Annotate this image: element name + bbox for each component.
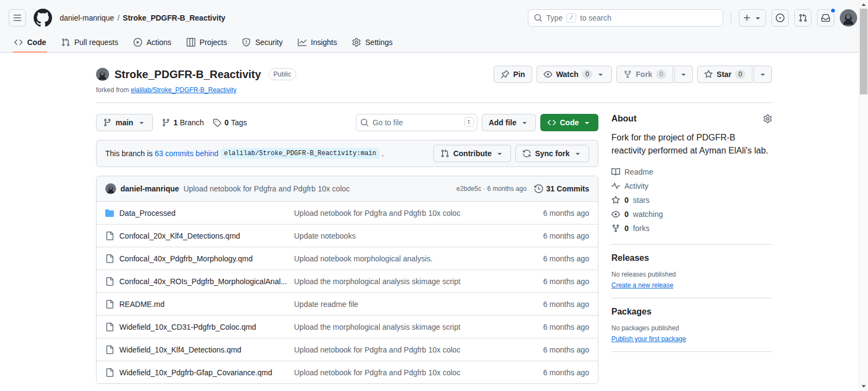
file-name-link[interactable]: Widefield_10x_Klf4_Detections.qmd — [119, 345, 241, 354]
pulse-icon — [611, 182, 620, 190]
page-title: Stroke_PDGFR-B_Reactivity — [114, 68, 261, 81]
about-settings-gear-icon[interactable] — [763, 114, 772, 123]
app-header: daniel-manrique / Stroke_PDGFR-B_Reactiv… — [0, 0, 868, 53]
user-avatar[interactable] — [840, 9, 857, 27]
commits-behind-link[interactable]: 63 commits behind — [155, 149, 219, 158]
file-name-link[interactable]: Data_Processed — [119, 209, 176, 217]
table-row: Confocal_40x_ROIs_Pdgfrb_MorphologicalAn… — [97, 270, 598, 292]
nav-tab[interactable]: Insights — [292, 34, 342, 52]
file-name-link[interactable]: Widefield_10x_Pdgfrb-Gfap_Covariance.qmd — [119, 368, 272, 377]
file-commit-message-link[interactable]: Upload netobook for Pdgfra and Pdgfrb 10… — [294, 368, 519, 377]
file-commit-time: 6 months ago — [519, 345, 589, 354]
about-meta-item[interactable]: 0 forks — [611, 221, 772, 235]
tags-link[interactable]: 0Tags — [213, 118, 247, 127]
banner-prefix: This branch is — [105, 149, 152, 158]
go-to-file-input[interactable] — [356, 114, 477, 131]
contribute-button[interactable]: Contribute — [433, 145, 511, 162]
inbox-icon — [821, 14, 830, 22]
search-icon — [360, 118, 369, 127]
git-pull-request-icon — [441, 149, 449, 158]
commit-author-link[interactable]: daniel-manrique — [120, 184, 179, 193]
releases-title: Releases — [611, 253, 772, 263]
scrollbar-up-arrow[interactable] — [859, 0, 868, 9]
file-name-link[interactable]: Confocal_40x_Pdgfrb_Morphology.qmd — [119, 254, 253, 263]
commit-author-avatar[interactable] — [105, 183, 116, 194]
create-release-link[interactable]: Create a new release — [611, 281, 673, 289]
create-new-button[interactable] — [739, 9, 766, 27]
issue-opened-icon — [776, 14, 784, 22]
nav-tab[interactable]: Settings — [347, 34, 398, 52]
plus-icon — [743, 14, 751, 22]
file-commit-message-link[interactable]: Upload the morphological analysis skimag… — [294, 277, 519, 286]
nav-tab-label: Code — [27, 38, 46, 47]
commit-sha-time[interactable]: e2bde5c · 6 months ago — [456, 185, 526, 193]
breadcrumb-owner-link[interactable]: daniel-manrique — [60, 14, 114, 22]
file-commit-time: 6 months ago — [519, 254, 589, 263]
file-commit-time: 6 months ago — [519, 368, 589, 377]
issues-button[interactable] — [771, 9, 789, 27]
branch-toolbar: main 1Branch 0Tags — [96, 114, 598, 131]
chevron-down-icon — [754, 14, 762, 22]
chevron-down-icon — [679, 70, 688, 79]
forked-from-line: forked from elalilab/Stroke_PDGFR-B_Reac… — [96, 86, 772, 94]
star-dropdown-button[interactable] — [754, 66, 772, 83]
nav-tab-label: Pull requests — [74, 38, 118, 47]
file-commit-message-link[interactable]: Upload netobook for Pdgfra and Pdgfrb 10… — [294, 345, 519, 354]
file-name-link[interactable]: Widefield_10x_CD31-Pdgfrb_Coloc.qmd — [119, 323, 256, 331]
file-commit-message-link[interactable]: Update readme file — [294, 300, 519, 309]
file-commit-time: 6 months ago — [519, 232, 589, 240]
fork-button[interactable]: Fork 0 — [616, 66, 673, 83]
branch-selector-button[interactable]: main — [96, 114, 153, 131]
about-meta-item[interactable]: 0 stars — [611, 193, 772, 207]
notification-dot — [830, 8, 836, 14]
file-commit-time: 6 months ago — [519, 277, 589, 286]
file-commit-message-link[interactable]: Update notebooks — [294, 232, 519, 240]
pin-button[interactable]: Pin — [494, 66, 532, 83]
inbox-button[interactable] — [817, 9, 834, 27]
watch-button[interactable]: Watch 0 — [537, 66, 612, 83]
about-meta-item[interactable]: 0 watching — [611, 207, 772, 221]
file-commit-message-link[interactable]: Upload netobook for Pdgfra and Pdgfrb 10… — [294, 209, 519, 217]
shield-icon — [242, 38, 251, 47]
nav-tab[interactable]: Actions — [128, 34, 177, 52]
star-icon — [704, 70, 713, 79]
commit-history-link[interactable]: 31 Commits — [534, 184, 589, 193]
latest-commit-bar: daniel-manrique Upload netobook for Pdgf… — [97, 176, 598, 201]
scrollbar-thumb[interactable] — [860, 9, 867, 94]
pull-requests-button[interactable] — [794, 9, 812, 27]
global-search-input[interactable]: Type / to search — [528, 9, 723, 27]
file-name-link[interactable]: README.md — [119, 300, 164, 309]
repo-owner-avatar[interactable] — [96, 68, 109, 81]
header-divider — [731, 12, 731, 24]
branches-link[interactable]: 1Branch — [162, 118, 204, 127]
file-name-link[interactable]: Confocal_20x_Klf4_Detections.qmd — [119, 232, 240, 240]
breadcrumb-repo-link[interactable]: Stroke_PDGFR-B_Reactivity — [123, 14, 225, 22]
breadcrumb: daniel-manrique / Stroke_PDGFR-B_Reactiv… — [60, 14, 225, 22]
meta-label: forks — [633, 224, 649, 233]
nav-tab[interactable]: Security — [237, 34, 288, 52]
about-meta-item[interactable]: Activity — [611, 179, 772, 193]
commit-message-link[interactable]: Upload netobook for Pdgfra and Pdgfrb 10… — [183, 184, 350, 193]
nav-tab[interactable]: Projects — [181, 34, 233, 52]
nav-tab[interactable]: Code — [9, 34, 52, 52]
table-row: README.md Update readme file 6 months ag… — [97, 292, 598, 315]
file-commit-message-link[interactable]: Upload notebook morphological analysis. — [294, 254, 519, 263]
file-icon — [105, 345, 114, 354]
hamburger-menu-button[interactable] — [9, 9, 26, 27]
sync-fork-button[interactable]: Sync fork — [515, 145, 589, 162]
nav-tab[interactable]: Pull requests — [56, 34, 124, 52]
code-button[interactable]: Code — [540, 114, 598, 131]
add-file-button[interactable]: Add file — [482, 114, 536, 131]
about-meta-item[interactable]: Readme — [611, 165, 772, 179]
file-name-link[interactable]: Confocal_40x_ROIs_Pdgfrb_MorphologicalAn… — [119, 277, 287, 286]
github-logo[interactable] — [34, 9, 52, 27]
forked-from-link[interactable]: elalilab/Stroke_PDGFR-B_Reactivity — [131, 86, 237, 94]
file-commit-message-link[interactable]: Upload the morphological analysis skimag… — [294, 323, 519, 331]
main-column: main 1Branch 0Tags — [96, 114, 598, 384]
fork-dropdown-button[interactable] — [674, 66, 693, 83]
visibility-badge: Public — [269, 68, 296, 80]
scrollbar-down-arrow[interactable] — [859, 382, 868, 391]
table-row: Widefield_10x_CD31-Pdgfrb_Coloc.qmd Uplo… — [97, 315, 598, 338]
publish-package-link[interactable]: Publish your first package — [611, 335, 686, 343]
star-button[interactable]: Star 0 — [697, 66, 752, 83]
